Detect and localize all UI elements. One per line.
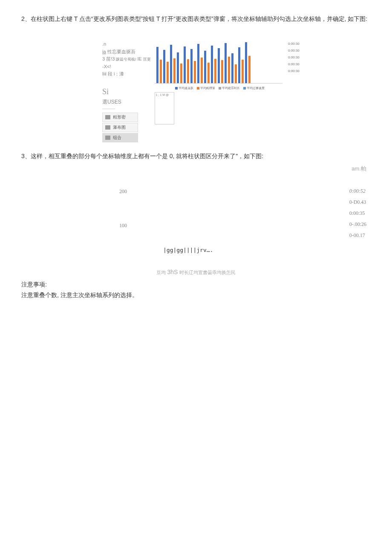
fig1-line3b: 鼷篇兮蜀梳!	[116, 57, 137, 61]
chart-type-buttons: 精形密 瀑布图 组合	[102, 113, 153, 142]
fig2-caption-big: 3hS	[167, 269, 178, 275]
fig2-caption: 亘均 3hS 时长辽均宜書曇乖均换怎民	[21, 269, 371, 276]
fig1-line3c: IE	[137, 56, 143, 61]
fig1-ylab-1: 0:00:30	[288, 47, 300, 54]
fig1-line3a: 3 苗!3	[102, 56, 116, 61]
fig1-ylab-4: 0:00:30	[288, 68, 300, 75]
chart-type-waterfall-button[interactable]: 瀑布图	[102, 123, 138, 132]
fig1-line2-rest: 性忘要血驱吾	[106, 49, 135, 54]
fig2-r0: 0:00:52	[349, 185, 366, 197]
legend-label-c: 平均建压时长	[222, 87, 240, 90]
fig2-am-label: am.帕	[352, 165, 366, 173]
chart-type-combo-label: 组合	[113, 134, 121, 141]
fig1-line3: 3 苗!3 鼷篇兮蜀梳! IE 匡更	[102, 55, 153, 63]
fig1-legend: 平均速连肤 平均购理量 平均建压时长 平均过事速度	[155, 86, 282, 90]
fig1-bars	[155, 40, 282, 84]
legend-swatch-b	[197, 87, 199, 90]
chart-type-bar-button[interactable]: 精形密	[102, 113, 138, 122]
fig2-r4: 0-00.17	[349, 230, 366, 241]
bar-chart-icon	[105, 115, 110, 119]
fig2-y100: 100	[119, 223, 127, 229]
step-3-text: 3、这样，相互重叠的部分每个坐标轴维度上都有一个是 0, 就将柱状图区分开来了"…	[21, 152, 371, 161]
fig1-ylab-0: 0:00:30	[288, 40, 300, 47]
fig1-uses: 選USES	[102, 98, 153, 106]
fig2-r1: 0-D0.43	[349, 197, 366, 208]
fig2-caption-post: 时长辽均宜書曇乖均换怎民	[178, 270, 235, 275]
fig2-right-labels: 0:00:52 0-D0.43 0:00:35 0-.00:26 0-00.17	[349, 185, 366, 241]
legend-label-b: 平均购理量	[200, 87, 215, 90]
fig1-line4: -X<!	[102, 63, 153, 71]
figure-2-container: am.帕 200 100 0:00:52 0-D0.43 0:00:35 0-.…	[21, 165, 371, 267]
fig2-y200: 200	[119, 188, 127, 195]
fig1-left-panel: .n ia 性忘要血驱吾 3 苗!3 鼷篇兮蜀梳! IE 匡更 -X<! lii…	[102, 40, 153, 143]
legend-label-d: 平均过事速度	[247, 87, 265, 90]
chart-type-bar-label: 精形密	[113, 114, 126, 121]
combo-chart-icon	[105, 136, 110, 140]
fig1-line2-underlined: ia	[102, 49, 106, 54]
figure-1: .n ia 性忘要血驱吾 3 苗!3 鼷篇兮蜀梳! IE 匡更 -X<! lii…	[102, 40, 290, 143]
fig1-line5: liii 段 i：漆	[102, 70, 153, 78]
fig1-chart-area: 0:00:30 0:00:30 0:00:30 0:00:30 0:00:30 …	[155, 40, 282, 124]
chart-type-waterfall-label: 瀑布图	[113, 124, 126, 131]
fig1-line3d: 匡更	[143, 57, 151, 61]
notes-heading: 注意事项:	[21, 280, 371, 289]
figure-1-container: .n ia 性忘要血驱吾 3 苗!3 鼷篇兮蜀梳! IE 匡更 -X<! lii…	[21, 40, 371, 143]
waterfall-chart-icon	[105, 125, 110, 130]
fig1-ylab-2: 0:00:30	[288, 54, 300, 61]
legend-swatch-d	[243, 87, 246, 90]
fig1-line2: ia 性忘要血驱吾	[102, 48, 153, 56]
chart-type-combo-button[interactable]: 组合	[102, 133, 138, 142]
fig2-garbled-text: |gg|gg||||jrv….	[163, 247, 213, 253]
fig1-ylab-3: 0:00:30	[288, 61, 300, 68]
fig2-r2: 0:00:35	[349, 208, 366, 219]
fig1-secondary-axis-labels: 0:00:30 0:00:30 0:00:30 0:00:30 0:00:30	[288, 40, 300, 75]
legend-swatch-c	[219, 87, 221, 90]
legend-swatch-a	[175, 87, 178, 90]
fig2-caption-pre: 亘均	[156, 270, 167, 275]
fig1-stub-box: 1 ; 1 M @	[155, 92, 174, 124]
notes-body: 注意重叠个数, 注意主次坐标轴系列的选择。	[21, 291, 371, 300]
fig1-si: Si	[102, 86, 153, 98]
fig2-r3: 0-.00:26	[349, 219, 366, 230]
fig1-line1: .n	[102, 40, 153, 48]
legend-label-a: 平均速连肤	[179, 87, 193, 90]
step-2-text: 2、在柱状图上右键 T 点击“更改系列图表类型”按钮 T 打开“更改图表类型”弹…	[21, 14, 371, 23]
